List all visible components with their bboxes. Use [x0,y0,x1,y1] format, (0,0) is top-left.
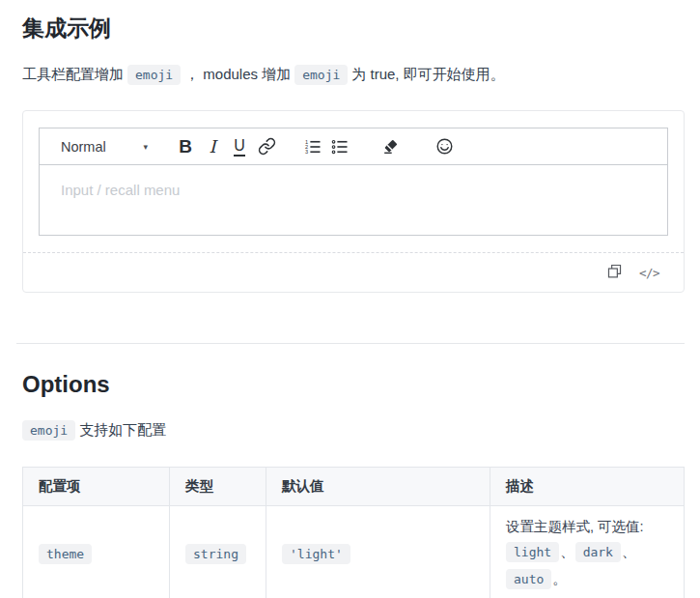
unordered-list-button[interactable] [329,134,350,159]
bold-icon: B [179,136,192,157]
italic-button[interactable]: I [202,134,223,159]
column-header-default: 默认值 [266,468,490,506]
cell-description: 设置主题样式, 可选值: light、dark、auto。 [490,506,685,598]
page-title: 集成示例 [22,14,685,43]
desc-options: light、dark、auto。 [506,538,668,592]
column-header-type: 类型 [170,468,266,506]
editor-placeholder: Input / recall menu [61,182,646,198]
eraser-icon [381,137,400,156]
inline-code-auto: auto [506,569,551,589]
inline-code-emoji-1: emoji [127,65,181,85]
column-header-desc: 描述 [490,468,685,506]
editor-toolbar: Normal ▾ B I U 123 [40,128,667,165]
format-dropdown[interactable]: Normal ▾ [61,139,148,155]
table-header-row: 配置项 类型 默认值 描述 [23,468,685,506]
options-lead-text: 支持如下配置 [79,421,166,438]
section-divider [16,343,685,344]
option-separator: 、 [622,544,636,559]
view-code-button[interactable]: </> [639,266,659,280]
ordered-list-icon: 123 [304,138,322,156]
table-row-theme: theme string 'light' 设置主题样式, 可选值: light、… [23,506,685,598]
chevron-down-icon: ▾ [143,142,148,152]
doc-page: 集成示例 工具栏配置增加emoji， modules 增加emoji为 true… [0,14,700,598]
inline-code-light: light [506,542,559,562]
sentence-end: 。 [552,571,567,586]
options-lead: emoji支持如下配置 [22,420,685,441]
demo-card-footer: </> [23,252,684,292]
cell-config-name: theme [23,506,170,598]
editor-content-area[interactable]: Input / recall menu [40,165,667,235]
link-icon [258,137,276,156]
underline-button[interactable]: U [229,134,250,159]
clean-format-button[interactable] [379,134,401,159]
column-header-config: 配置项 [23,468,170,506]
rich-text-editor: Normal ▾ B I U 123 [39,128,668,236]
demo-card-body: Normal ▾ B I U 123 [23,111,684,252]
inline-code-dark: dark [575,542,621,562]
cell-type: string [170,506,266,598]
options-table: 配置项 类型 默认值 描述 theme string 'light' 设置主题样… [22,467,685,598]
intro-text-3: 为 true, 即可开始使用。 [351,66,504,82]
cell-default: 'light' [266,506,490,598]
inline-code-light-default: 'light' [282,544,350,564]
inline-code-emoji-3: emoji [22,420,75,441]
format-dropdown-label: Normal [61,139,106,155]
emoji-smiley-icon [435,137,454,156]
intro-paragraph: 工具栏配置增加emoji， modules 增加emoji为 true, 即可开… [22,63,685,86]
bold-button[interactable]: B [175,134,196,159]
italic-icon: I [209,136,215,157]
inline-code-string: string [185,544,246,564]
unordered-list-icon [331,138,349,156]
options-heading: Options [22,370,685,398]
copy-code-button[interactable] [606,263,623,282]
svg-text:3: 3 [305,149,308,155]
desc-text: 设置主题样式, 可选值: [506,515,668,538]
intro-text-1: 工具栏配置增加 [22,66,124,82]
copy-icon [606,263,623,282]
inline-code-emoji-2: emoji [294,65,348,85]
code-icon: </> [639,266,659,280]
intro-text-2: ， modules 增加 [184,66,291,82]
underline-icon: U [234,137,245,157]
option-separator: 、 [560,544,574,559]
ordered-list-button[interactable]: 123 [302,134,323,159]
link-button[interactable] [256,134,277,159]
editor-demo-card: Normal ▾ B I U 123 [22,110,685,293]
emoji-button[interactable] [434,134,455,159]
inline-code-theme: theme [39,544,92,564]
